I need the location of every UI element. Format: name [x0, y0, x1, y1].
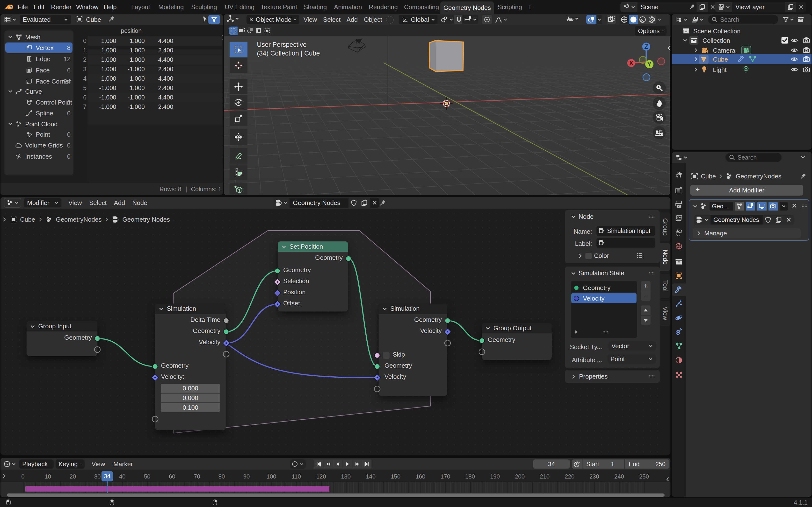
svg-text:Z: Z	[644, 43, 648, 50]
svg-text:Y: Y	[647, 61, 651, 68]
svg-text:X: X	[629, 59, 633, 67]
